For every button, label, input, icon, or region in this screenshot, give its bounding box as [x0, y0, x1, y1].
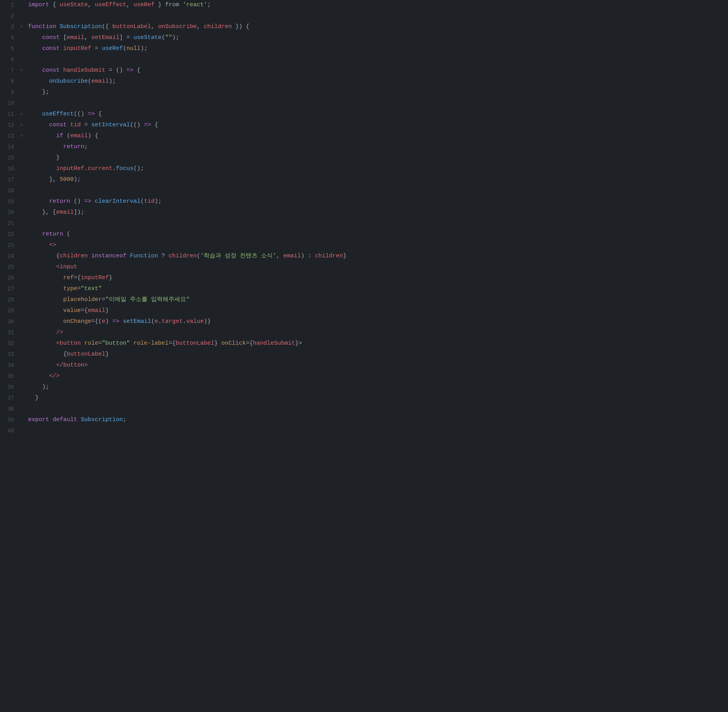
token-fn-call: useState — [133, 34, 162, 41]
fold-indicator — [20, 0, 27, 2]
line-number: 16 — [0, 164, 20, 173]
token-white: ( — [123, 45, 126, 52]
token-jsx-attr: onChange — [63, 318, 91, 325]
fold-indicator — [20, 339, 27, 340]
token-white: ; — [84, 143, 88, 150]
token-fn-call: focus — [116, 165, 133, 172]
code-line: 30 onChange={(e) => setEmail(e.target.va… — [0, 317, 728, 328]
token-kw-arrow: => — [144, 122, 151, 128]
token-param: email — [70, 133, 88, 139]
token-param: e — [102, 318, 105, 325]
token-white: }) { — [232, 23, 249, 30]
token-white: }, — [28, 176, 60, 183]
fold-indicator — [20, 317, 27, 318]
token-white — [28, 362, 56, 368]
token-kw-arrow: => — [126, 67, 133, 74]
line-number: 18 — [0, 186, 20, 195]
fold-indicator — [20, 88, 27, 89]
token-fn-name: Subscription — [60, 23, 102, 30]
token-param: inputRef — [56, 165, 84, 172]
fold-indicator[interactable]: v — [20, 22, 27, 30]
code-line: 39export default Subscription; — [0, 415, 728, 426]
code-line: 27 type="text" — [0, 284, 728, 295]
token-kw-export: export — [28, 416, 49, 423]
token-white — [28, 318, 63, 325]
token-param: inputRef — [63, 45, 91, 52]
line-number: 30 — [0, 317, 20, 326]
code-content: ); — [27, 383, 728, 392]
token-param: children — [60, 253, 88, 259]
token-white — [28, 275, 63, 281]
token-jsx-tag: <button — [56, 340, 81, 347]
token-white: , — [276, 253, 283, 259]
fold-indicator[interactable]: v — [20, 120, 27, 129]
token-param: inputRef — [81, 275, 109, 281]
fold-indicator[interactable]: v — [20, 131, 27, 140]
fold-indicator — [20, 153, 27, 154]
code-line: 2 — [0, 11, 728, 22]
line-number: 5 — [0, 44, 20, 53]
token-white: [ — [60, 34, 67, 41]
token-white — [60, 45, 63, 52]
token-white: } — [28, 395, 39, 401]
token-white: ={ — [246, 340, 253, 347]
line-number: 24 — [0, 252, 20, 260]
code-content: ref={inputRef} — [27, 273, 728, 283]
code-content: import { useState, useEffect, useRef } f… — [27, 0, 728, 10]
fold-indicator — [20, 175, 27, 176]
token-kw-return: return — [49, 198, 70, 205]
fold-indicator — [20, 164, 27, 165]
line-number: 17 — [0, 175, 20, 184]
fold-indicator — [20, 426, 27, 427]
fold-indicator[interactable]: v — [20, 66, 27, 74]
token-param: useRef — [133, 2, 154, 8]
code-line: 3vfunction Subscription({ buttonLabel, o… — [0, 22, 728, 33]
line-number: 36 — [0, 383, 20, 391]
fold-indicator[interactable]: v — [20, 110, 27, 118]
token-fn-call: onSubscribe — [49, 78, 88, 85]
token-white: ); — [74, 176, 81, 183]
code-line: 12v const tid = setInterval(() => { — [0, 120, 728, 131]
token-white: = — [91, 45, 102, 52]
line-number: 3 — [0, 22, 20, 31]
token-string: "" — [165, 34, 172, 41]
token-white — [28, 165, 56, 172]
token-white: ( — [88, 78, 91, 85]
token-white: ); — [28, 384, 49, 390]
token-jsx-attr: type — [63, 285, 77, 292]
token-white: ({ — [102, 23, 112, 30]
fold-indicator — [20, 306, 27, 307]
code-line: 9 }; — [0, 87, 728, 98]
token-white: } — [105, 307, 109, 314]
line-number: 14 — [0, 142, 20, 151]
token-white: , — [88, 2, 95, 8]
code-content: const [email, setEmail] = useState(""); — [27, 33, 728, 43]
token-white: )} — [204, 318, 211, 325]
token-white — [28, 111, 42, 117]
token-param: children — [315, 253, 343, 259]
token-fn-name: Subscription — [81, 416, 123, 423]
code-content: /> — [27, 328, 728, 337]
token-white: ={ — [91, 318, 98, 325]
token-prop: target — [162, 318, 183, 325]
code-content: placeholder="이메일 주소를 입력해주세요" — [27, 295, 728, 305]
token-white — [91, 198, 95, 205]
token-white — [179, 2, 183, 8]
token-white — [67, 122, 70, 128]
token-white: }; — [28, 89, 49, 96]
token-white — [28, 143, 63, 150]
code-line: 4 const [email, setEmail] = useState("")… — [0, 33, 728, 44]
token-white: , — [126, 2, 133, 8]
token-white — [28, 296, 63, 303]
token-param: setEmail — [91, 34, 119, 41]
token-white: { — [49, 2, 60, 8]
line-number: 22 — [0, 230, 20, 239]
line-number: 19 — [0, 197, 20, 206]
token-white: ) — [105, 318, 112, 325]
line-number: 21 — [0, 219, 20, 228]
token-white: ( — [63, 133, 70, 139]
token-white — [28, 231, 42, 237]
token-white — [28, 67, 42, 74]
line-number: 26 — [0, 273, 20, 282]
fold-indicator — [20, 241, 27, 242]
